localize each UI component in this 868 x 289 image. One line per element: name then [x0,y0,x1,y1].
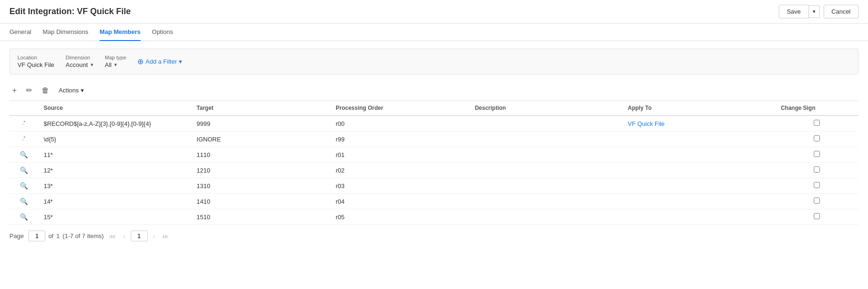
table-row[interactable]: 🔍15*1510r05 [9,209,859,225]
filter-row: Location VF Quick File Dimension Account… [9,49,859,74]
page-header: Edit Integration: VF Quick File Save ▾ C… [0,0,868,24]
tab-general[interactable]: General [9,24,31,41]
first-page-button[interactable]: ⏮ [107,231,118,241]
actions-button[interactable]: Actions ▾ [56,85,87,96]
tab-map-members[interactable]: Map Members [100,24,141,41]
last-page-button[interactable]: ⏭ [160,231,171,241]
location-filter: Location VF Quick File [17,55,54,68]
row-icon-cell: 🔍 [9,163,38,178]
change-sign-cell[interactable] [775,163,859,178]
maptype-value: All [105,61,111,68]
processing-order-cell: r02 [330,163,469,178]
cancel-button[interactable]: Cancel [824,5,859,18]
pagination: Page of 1 (1-7 of 7 items) ⏮ ‹ › ⏭ [9,225,859,247]
maptype-dropdown-button[interactable]: ▾ [114,62,117,68]
dimension-label: Dimension [66,55,93,60]
add-filter-button[interactable]: ⊕ Add a Filter ▾ [137,57,182,66]
target-cell: 1110 [191,147,330,163]
tab-map-dimensions[interactable]: Map Dimensions [42,24,88,41]
target-cell: 1310 [191,178,330,194]
change-sign-checkbox[interactable] [814,182,820,188]
apply-to-cell [622,178,775,194]
apply-to-cell [622,163,775,178]
change-sign-checkbox[interactable] [814,213,820,219]
delete-button[interactable]: 🗑 [39,84,52,97]
processing-order-cell: r04 [330,194,469,209]
add-button[interactable]: + [9,84,19,97]
prev-page-button[interactable]: ‹ [121,231,128,241]
apply-to-link[interactable]: VF Quick File [628,120,665,127]
change-sign-cell[interactable] [775,132,859,147]
description-cell [469,194,622,209]
dimension-value-row: Account ▾ [66,61,93,68]
col-header-source: Source [38,101,191,116]
apply-to-cell[interactable]: VF Quick File [622,116,775,132]
row-icon-cell: ·* [9,116,38,132]
change-sign-checkbox[interactable] [814,120,820,126]
save-dropdown-button[interactable]: ▾ [809,5,820,18]
target-cell: IGNORE [191,132,330,147]
maptype-filter: Map type All ▾ [105,55,126,68]
table-row[interactable]: 🔍13*1310r03 [9,178,859,194]
change-sign-cell[interactable] [775,194,859,209]
target-cell: 1210 [191,163,330,178]
description-cell [469,209,622,225]
description-cell [469,132,622,147]
tab-options[interactable]: Options [152,24,173,41]
add-filter-circle-icon: ⊕ [137,57,143,66]
processing-order-cell: r05 [330,209,469,225]
row-icon-cell: 🔍 [9,209,38,225]
source-cell: 11* [38,147,191,163]
edit-button[interactable]: ✏ [23,84,35,97]
row-icon-cell: ·* [9,132,38,147]
current-page-input[interactable] [131,231,148,241]
processing-order-cell: r99 [330,132,469,147]
apply-to-cell [622,209,775,225]
next-page-button[interactable]: › [151,231,158,241]
change-sign-checkbox[interactable] [814,166,820,173]
dimension-filter: Dimension Account ▾ [66,55,93,68]
change-sign-cell[interactable] [775,209,859,225]
search-icon: 🔍 [20,213,28,221]
change-sign-cell[interactable] [775,178,859,194]
dimension-dropdown-button[interactable]: ▾ [91,62,93,68]
target-cell: 1410 [191,194,330,209]
table-row[interactable]: ·*\d{5}IGNOREr99 [9,132,859,147]
apply-to-cell [622,194,775,209]
change-sign-cell[interactable] [775,116,859,132]
change-sign-checkbox[interactable] [814,135,820,141]
header-buttons: Save ▾ Cancel [779,5,859,18]
description-cell [469,116,622,132]
source-cell: 12* [38,163,191,178]
search-icon: 🔍 [20,182,28,190]
change-sign-cell[interactable] [775,147,859,163]
total-pages: 1 [56,232,59,239]
page-input[interactable] [28,231,45,241]
toolbar: + ✏ 🗑 Actions ▾ [9,80,859,101]
row-icon-cell: 🔍 [9,178,38,194]
change-sign-checkbox[interactable] [814,151,820,157]
of-label: of [48,232,53,239]
col-header-description: Description [469,101,622,116]
processing-order-cell: r01 [330,147,469,163]
col-header-target: Target [191,101,330,116]
row-icon-cell: 🔍 [9,194,38,209]
page-title: Edit Integration: VF Quick File [9,7,131,17]
table-row[interactable]: ·*$RECORD$[a-z,A-Z]{3},[0-9]{4},[0-9]{4}… [9,116,859,132]
members-table: Source Target Processing Order Descripti… [9,101,859,225]
save-button[interactable]: Save [779,5,809,18]
add-filter-chevron-icon: ▾ [179,58,182,65]
source-cell: $RECORD$[a-z,A-Z]{3},[0-9]{4},[0-9]{4} [38,116,191,132]
source-cell: 15* [38,209,191,225]
page-range-label: (1-7 of 7 items) [62,232,103,239]
col-header-changesign: Change Sign [775,101,859,116]
table-row[interactable]: 🔍14*1410r04 [9,194,859,209]
processing-order-cell: r00 [330,116,469,132]
table-row[interactable]: 🔍12*1210r02 [9,163,859,178]
maptype-value-row: All ▾ [105,61,126,68]
actions-chevron-icon: ▾ [81,87,84,94]
table-row[interactable]: 🔍11*1110r01 [9,147,859,163]
source-cell: 14* [38,194,191,209]
change-sign-checkbox[interactable] [814,198,820,204]
row-icon-cell: 🔍 [9,147,38,163]
